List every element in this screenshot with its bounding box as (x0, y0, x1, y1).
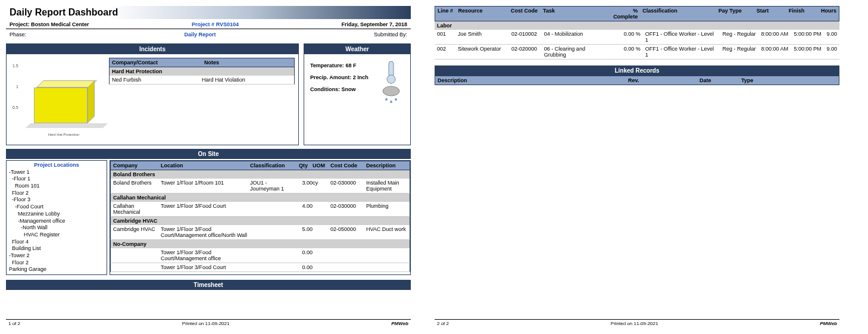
col-cost: Cost Code (508, 7, 541, 21)
col-line: Line # (435, 7, 455, 21)
col-finish: Finish (786, 7, 819, 21)
locations-list: -Tower 1 -Floor 1 Room 101 Floor 2 -Floo… (9, 169, 104, 273)
page-2: Line # Resource Cost Code Task % Complet… (435, 6, 839, 327)
onsite-group: Boland Brothers (110, 170, 410, 179)
onsite-row: Boland BrothersTower 1/Floor 1/Room 101J… (110, 179, 410, 193)
onsite-row: Tower 1/Floor 3/Food Court/Management of… (110, 248, 410, 263)
ytick-0.5: 0.5 (13, 105, 18, 110)
locations-box: Project Locations -Tower 1 -Floor 1 Room… (6, 160, 107, 275)
timesheet-group: Labor (435, 21, 839, 30)
linked-table-header: Description Rev. Date Type (435, 76, 839, 85)
onsite-table: Company Location Classification Qty UOM … (110, 160, 411, 275)
col-company: Company/Contact (110, 58, 202, 67)
incidents-table: Company/Contact Notes Hard Hat Protectio… (109, 58, 295, 141)
onsite-row: Tower 1/Floor 3/Food Court0.00 (110, 263, 410, 272)
col-location: Location (158, 161, 248, 170)
timesheet-table-header: Line # Resource Cost Code Task % Complet… (435, 6, 839, 21)
svg-point-4 (390, 101, 392, 103)
weather-header: Weather (304, 44, 410, 54)
page-1: Daily Report Dashboard Project: Boston M… (6, 6, 411, 327)
cond-label: Conditions: (310, 86, 340, 92)
brand: PMWeb (820, 321, 837, 326)
temp-label: Temperature: (310, 63, 344, 68)
printed-on: Printed on 11-09-2021 (611, 321, 658, 326)
svg-point-3 (385, 98, 388, 101)
chart-category-label: Hard Hat Protection (40, 133, 88, 136)
col-start: Start (754, 7, 786, 21)
locations-title: Project Locations (9, 162, 104, 169)
incidents-panel: Incidents 1.5 1 0.5 Hard Hat Protection (6, 43, 299, 145)
svg-point-5 (395, 98, 397, 101)
col-qty: Qty (289, 161, 310, 170)
temp-value: 68 F (345, 63, 356, 68)
col-rev: Rev. (626, 76, 697, 85)
svg-rect-0 (389, 61, 394, 77)
ytick-1: 1 (16, 85, 18, 89)
col-task: Task (541, 7, 608, 21)
ytick-1.5: 1.5 (13, 64, 18, 68)
phase-label: Phase: (10, 32, 26, 38)
precip-label: Precip. Amount: (310, 74, 351, 80)
page-number: 2 of 2 (437, 321, 449, 326)
footer-2: 2 of 2 Printed on 11-09-2021 PMWeb (435, 319, 839, 327)
incident-row: Ned Furbish Hard Hat Violation (109, 76, 295, 85)
page-title: Daily Report Dashboard (6, 6, 411, 19)
onsite-row: Cambridge HVACTower 1/Floor 3/Food Court… (110, 225, 410, 240)
printed-on: Printed on 11-09-2021 (182, 321, 230, 326)
project-label: Project: (10, 21, 30, 27)
timesheet-header: Timesheet (6, 280, 411, 290)
svg-point-2 (383, 86, 399, 96)
meta-row-1: Project: Boston Medical Center Project #… (6, 20, 411, 29)
footer-1: 1 of 2 Printed on 11-09-2021 PMWeb (6, 319, 411, 327)
timesheet-row: 001Joe Smith02-01000204 - Mobilization0.… (435, 30, 839, 45)
project-name: Boston Medical Center (31, 21, 89, 27)
project-num-label: Project # (192, 21, 214, 27)
col-notes: Notes (202, 58, 294, 67)
col-costcode: Cost Code (328, 161, 364, 170)
page-number: 1 of 2 (8, 321, 20, 326)
col-pct: % Complete (608, 7, 640, 21)
col-desc: Description (435, 76, 626, 85)
col-classification: Classification (248, 161, 289, 170)
weather-icon (380, 60, 404, 113)
project-num: RVS0104 (216, 21, 239, 27)
col-uom: UOM (310, 161, 328, 170)
cond-value: Snow (342, 86, 356, 92)
onsite-group: Callahan Mechanical (110, 193, 410, 202)
brand: PMWeb (391, 321, 408, 326)
submitted-label: Submitted By: (374, 32, 407, 38)
incident-company: Ned Furbish (112, 77, 202, 83)
col-company: Company (111, 161, 158, 170)
incident-notes: Hard Hat Violation (202, 77, 292, 83)
weather-panel: Weather Temperature: 68 F Precip. Amount… (304, 43, 411, 145)
meta-row-2: Phase: Daily Report Submitted By: (6, 29, 411, 43)
timesheet-row: 002Sitework Operator02-02000006 - Cleari… (435, 45, 839, 60)
onsite-group: No-Company (110, 240, 410, 248)
onsite-group: Cambridge HVAC (110, 217, 410, 225)
onsite-row: Callahan MechanicalTower 1/Floor 3/Food … (110, 202, 410, 217)
svg-point-1 (387, 75, 395, 83)
col-pay: Pay Type (716, 7, 754, 21)
onsite-header: On Site (6, 149, 411, 159)
col-class: Classification (640, 7, 716, 21)
precip-value: 2 Inch (353, 74, 369, 80)
incidents-chart: 1.5 1 0.5 Hard Hat Protection (10, 58, 105, 141)
linked-header: Linked Records (435, 65, 839, 76)
incident-group: Hard Hat Protection (109, 67, 295, 76)
incidents-header: Incidents (7, 44, 298, 54)
col-hours: Hours (819, 7, 839, 21)
report-date: Friday, September 7, 2018 (342, 21, 407, 27)
daily-report-link[interactable]: Daily Report (184, 32, 216, 38)
col-resource: Resource (455, 7, 508, 21)
col-description: Description (364, 161, 410, 170)
col-type: Type (739, 76, 839, 85)
col-date: Date (697, 76, 739, 85)
